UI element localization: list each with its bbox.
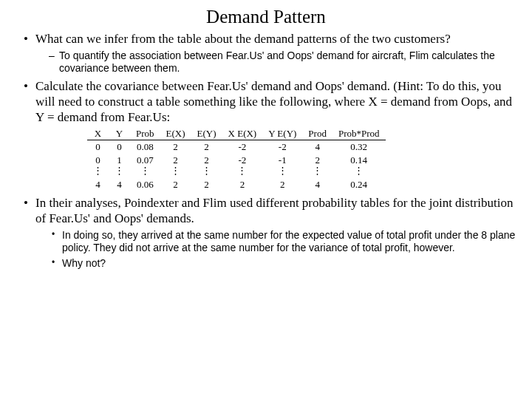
table-row: 0 0 0.08 2 2 -2 -2 4 0.32 <box>87 140 386 154</box>
bullet-2-text: Calculate the covariance between Fear.Us… <box>35 79 519 125</box>
bullet-3: In their analyses, Poindexter and Flim u… <box>27 196 519 270</box>
covariance-table-wrap: X Y Prob E(X) E(Y) X E(X) Y E(Y) Prod Pr… <box>87 127 519 191</box>
bullet-2: Calculate the covariance between Fear.Us… <box>27 79 519 191</box>
bullet-3a: In doing so, they arrived at the same nu… <box>55 229 519 254</box>
bullet-list: What can we infer from the table about t… <box>13 32 519 270</box>
table-row: 4 4 0.06 2 2 2 2 4 0.24 <box>87 178 386 191</box>
th-yey: Y E(Y) <box>262 127 302 140</box>
bullet-3-text: In their analyses, Poindexter and Flim u… <box>35 196 514 225</box>
table-header-row: X Y Prob E(X) E(Y) X E(X) Y E(Y) Prod Pr… <box>87 127 386 140</box>
covariance-table: X Y Prob E(X) E(Y) X E(X) Y E(Y) Prod Pr… <box>87 127 386 191</box>
bullet-1a: To quantify the association between Fear… <box>52 50 519 75</box>
table-row: 0 1 0.07 2 2 -2 -1 2 0.14 <box>87 154 386 167</box>
bullet-1-text: What can we infer from the table about t… <box>35 32 451 46</box>
th-ey: E(Y) <box>191 127 222 140</box>
sublist-3: In doing so, they arrived at the same nu… <box>43 229 519 270</box>
th-x: X <box>87 127 109 140</box>
th-ex: E(X) <box>160 127 191 140</box>
th-probprod: Prob*Prod <box>332 127 386 140</box>
bullet-3b: Why not? <box>55 257 519 270</box>
bullet-1: What can we infer from the table about t… <box>27 32 519 75</box>
sublist-1: To quantify the association between Fear… <box>43 50 519 75</box>
table-row-ellipsis: ⋮ ⋮ ⋮ ⋮ ⋮ ⋮ ⋮ ⋮ ⋮ <box>87 167 386 178</box>
th-prod: Prod <box>302 127 332 140</box>
th-xex: X E(X) <box>222 127 263 140</box>
page-title: Demand Pattern <box>13 6 519 29</box>
th-prob: Prob <box>130 127 160 140</box>
th-y: Y <box>109 127 130 140</box>
